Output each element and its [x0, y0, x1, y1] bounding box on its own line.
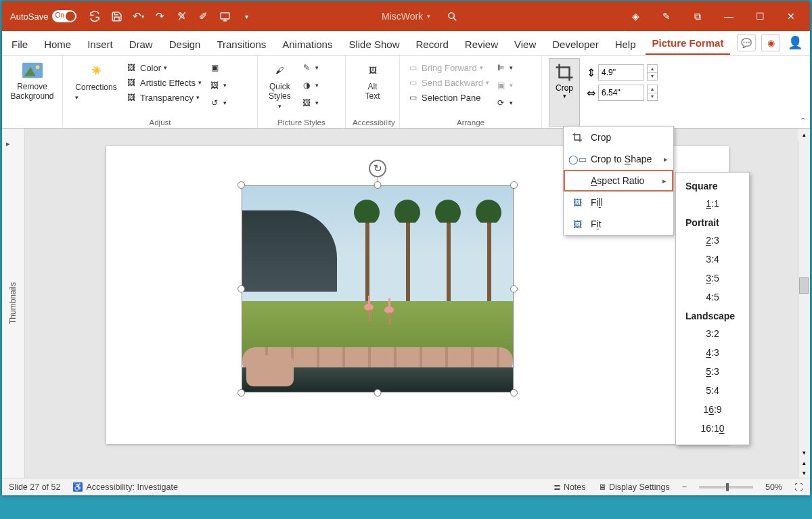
tab-file[interactable]: File [5, 34, 35, 55]
tab-help[interactable]: Help [608, 34, 643, 55]
crop-menu-crop-to-shape[interactable]: ◯▭ Crop to Shape ▸ [564, 148, 673, 170]
tab-draw[interactable]: Draw [122, 34, 160, 55]
tab-home[interactable]: Home [37, 34, 78, 55]
fit-to-window-button[interactable]: ⛶ [794, 482, 803, 492]
resize-handle-tl[interactable] [238, 181, 245, 189]
tab-record[interactable]: Record [409, 34, 455, 55]
height-input[interactable] [598, 64, 644, 81]
start-from-beginning-icon[interactable] [219, 10, 231, 22]
sync-icon[interactable] [89, 10, 101, 22]
ratio-2-3[interactable]: 2:3 [676, 231, 749, 250]
remove-background-button[interactable]: Remove Background [9, 58, 55, 103]
bring-forward-button[interactable]: ▭Bring Forward▾ [407, 61, 489, 74]
close-button[interactable]: ✕ [782, 11, 800, 22]
resize-handle-t[interactable] [374, 181, 382, 189]
prev-slide-button[interactable]: ▴ [798, 457, 810, 468]
eyedropper-icon[interactable]: ✐ [197, 10, 209, 22]
diamond-icon[interactable]: ◈ [626, 11, 645, 22]
brush-icon[interactable]: ✎ [657, 11, 676, 22]
undo-icon[interactable]: ↶▾ [132, 10, 144, 22]
zoom-level[interactable]: 50% [765, 482, 782, 492]
scroll-thumb[interactable] [799, 277, 809, 294]
scroll-up-button[interactable]: ▴ [798, 129, 810, 141]
tab-insert[interactable]: Insert [81, 34, 120, 55]
align-button[interactable]: ⊫▾ [495, 61, 513, 74]
height-control[interactable]: ⇕ ▲▼ [587, 64, 658, 81]
corrections-button[interactable]: ☀️ Corrections▾ [70, 58, 122, 116]
rotation-handle[interactable]: ↻ [369, 160, 386, 177]
thumbnails-expand-icon[interactable]: ▸ [6, 139, 10, 148]
resize-handle-b[interactable] [374, 389, 382, 397]
ribbon-collapse-button[interactable]: ⌃ [800, 116, 806, 125]
minimize-button[interactable]: — [719, 11, 738, 22]
color-button[interactable]: 🖼Color▾ [125, 61, 202, 74]
save-icon[interactable] [110, 10, 122, 22]
reset-picture-button[interactable]: ↺▾ [208, 96, 227, 110]
tab-animations[interactable]: Animations [275, 34, 339, 55]
transparency-button[interactable]: 🖼Transparency▾ [125, 91, 202, 104]
width-spinner[interactable]: ▲▼ [647, 85, 658, 101]
vertical-scrollbar[interactable]: ▴ ▾ ▴ ▾ [798, 129, 810, 478]
record-indicator-icon[interactable]: ◉ [761, 34, 780, 51]
share-icon[interactable]: 👤 [786, 34, 805, 51]
ratio-16-9[interactable]: 16:9 [676, 400, 749, 419]
change-picture-button[interactable]: 🖼▾ [208, 78, 227, 92]
zoom-slider[interactable] [699, 486, 753, 489]
crop-menu-fit[interactable]: 🖼 Fit [564, 213, 673, 235]
crop-button[interactable]: Crop ▾ [549, 58, 580, 127]
resize-handle-bl[interactable] [238, 389, 245, 397]
scroll-down-button[interactable]: ▾ [798, 447, 810, 457]
picture-layout-button[interactable]: 🖼▾ [300, 96, 319, 110]
compress-pictures-button[interactable]: ▣ [208, 61, 227, 74]
group-objects-button[interactable]: ▣▾ [495, 78, 513, 92]
tab-view[interactable]: View [508, 34, 543, 55]
window-restore-icon[interactable]: ⧉ [688, 11, 707, 22]
document-title[interactable]: MiscWork▾ [382, 11, 430, 22]
slide-counter[interactable]: Slide 27 of 52 [9, 482, 60, 492]
touch-mode-icon[interactable]: ✎̸ [175, 10, 187, 22]
notes-button[interactable]: ≣ Notes [554, 482, 585, 492]
tab-transitions[interactable]: Transitions [210, 34, 273, 55]
resize-handle-r[interactable] [510, 286, 518, 293]
next-slide-button[interactable]: ▾ [798, 468, 810, 478]
height-spinner[interactable]: ▲▼ [647, 64, 658, 81]
tab-picture-format[interactable]: Picture Format [646, 32, 731, 55]
search-icon[interactable] [447, 11, 458, 22]
maximize-button[interactable]: ☐ [750, 11, 769, 22]
accessibility-status[interactable]: ♿Accessibility: Investigate [72, 482, 177, 492]
artistic-effects-button[interactable]: 🖼Artistic Effects▾ [125, 76, 202, 89]
comments-icon[interactable]: 💬 [737, 34, 756, 51]
qat-more-icon[interactable]: ▾ [240, 10, 252, 22]
ratio-4-3[interactable]: 4:3 [676, 343, 749, 362]
picture-border-button[interactable]: ✎▾ [300, 61, 319, 74]
rotate-button[interactable]: ⟳▾ [495, 96, 513, 110]
send-backward-button[interactable]: ▭Send Backward▾ [407, 76, 489, 89]
tab-slide-show[interactable]: Slide Show [342, 34, 406, 55]
ratio-1-1[interactable]: 1:1 [676, 194, 749, 213]
ratio-4-5[interactable]: 4:5 [676, 288, 749, 307]
resize-handle-br[interactable] [510, 389, 518, 397]
redo-icon[interactable]: ↷ [154, 10, 166, 22]
autosave-toggle[interactable] [52, 10, 76, 22]
ratio-5-3[interactable]: 5:3 [676, 362, 749, 381]
resize-handle-tr[interactable] [510, 181, 518, 189]
resize-handle-l[interactable] [238, 286, 245, 293]
quick-styles-button[interactable]: 🖌 Quick Styles ▾ [265, 58, 295, 116]
ratio-5-4[interactable]: 5:4 [676, 381, 749, 400]
crop-menu-crop[interactable]: Crop [564, 127, 673, 148]
crop-menu-aspect-ratio[interactable]: Aspect Ratio ▸ [564, 170, 673, 191]
ratio-3-2[interactable]: 3:2 [676, 324, 749, 343]
alt-text-button[interactable]: 🖼 Alt Text [353, 58, 392, 103]
tab-review[interactable]: Review [458, 34, 505, 55]
display-settings-button[interactable]: 🖥 Display Settings [598, 482, 670, 492]
crop-menu-fill[interactable]: 🖼 Fill [564, 191, 673, 213]
autosave-control[interactable]: AutoSave [10, 10, 76, 22]
ratio-16-10[interactable]: 16:10 [676, 419, 749, 438]
picture-effects-button[interactable]: ◑▾ [300, 78, 319, 92]
width-control[interactable]: ⇔ ▲▼ [587, 85, 658, 101]
ratio-3-4[interactable]: 3:4 [676, 250, 749, 269]
tab-developer[interactable]: Developer [545, 34, 605, 55]
selection-pane-button[interactable]: ▭Selection Pane [407, 91, 489, 104]
ratio-3-5[interactable]: 3:5 [676, 269, 749, 288]
width-input[interactable] [598, 85, 644, 101]
